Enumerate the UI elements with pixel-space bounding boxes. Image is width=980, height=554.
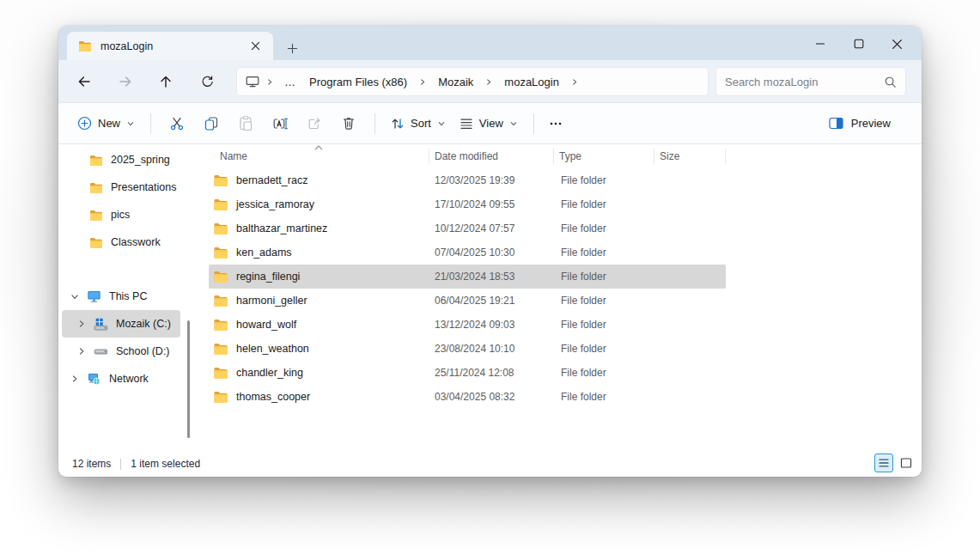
cut-icon	[170, 117, 184, 131]
sidebar-item-pinned-folder[interactable]: pics	[62, 201, 180, 228]
chevron-down-icon[interactable]	[70, 293, 79, 301]
sidebar-tree-item[interactable]: Mozaik (C:)	[62, 310, 180, 338]
search-input[interactable]	[725, 76, 884, 88]
chevron-right-icon[interactable]	[70, 374, 79, 383]
search-icon[interactable]	[884, 76, 897, 88]
file-name-cell[interactable]: balthazar_martinez	[209, 222, 429, 234]
file-row[interactable]: ken_adams 07/04/2025 10:30 File folder	[209, 240, 726, 265]
chevron-right-icon	[263, 78, 277, 86]
column-header[interactable]: Type	[554, 144, 654, 168]
back-arrow-icon	[77, 75, 91, 88]
file-name-cell[interactable]: helen_weathon	[209, 343, 429, 355]
file-name-cell[interactable]: harmoni_geller	[209, 295, 429, 307]
file-row[interactable]: helen_weathon 23/08/2024 10:10 File fold…	[209, 337, 726, 361]
copy-icon	[204, 117, 218, 131]
breadcrumb-overflow[interactable]: …	[280, 76, 301, 88]
chevron-down-icon	[126, 120, 135, 127]
sidebar-item-label: Network	[109, 373, 149, 385]
file-name: thomas_cooper	[236, 391, 310, 403]
chevron-right-icon[interactable]	[77, 320, 86, 328]
details-view-icon	[878, 457, 890, 469]
delete-button[interactable]	[332, 109, 366, 138]
file-name: regina_filengi	[236, 271, 300, 283]
chevron-down-icon	[437, 120, 446, 127]
file-row[interactable]: balthazar_martinez 10/12/2024 07:57 File…	[209, 216, 726, 240]
sidebar-item-pinned-folder[interactable]: Classwork	[62, 228, 180, 256]
file-row[interactable]: howard_wolf 13/12/2024 09:03 File folder	[209, 313, 726, 337]
paste-button[interactable]	[228, 109, 263, 138]
preview-toggle-button[interactable]: Preview	[822, 112, 898, 135]
copy-button[interactable]	[194, 109, 228, 138]
back-button[interactable]	[70, 67, 99, 96]
more-options-button[interactable]	[543, 109, 569, 138]
view-button[interactable]: View	[453, 112, 525, 136]
search-box[interactable]	[715, 67, 906, 96]
minimize-button[interactable]	[800, 31, 839, 57]
explorer-tab[interactable]: mozaLogin	[67, 32, 273, 60]
sort-button[interactable]: Sort	[384, 112, 453, 136]
up-button[interactable]	[151, 67, 180, 96]
rename-button[interactable]	[263, 109, 297, 138]
new-tab-button[interactable]	[282, 38, 302, 58]
breadcrumb-segment[interactable]: Mozaik	[433, 74, 478, 90]
more-ellipsis-icon	[549, 117, 563, 131]
date-modified-cell: 06/04/2025 19:21	[429, 295, 554, 307]
new-button[interactable]: New	[70, 111, 142, 136]
file-row[interactable]: harmoni_geller 06/04/2025 19:21 File fol…	[209, 289, 726, 313]
file-row[interactable]: thomas_cooper 03/04/2025 08:32 File fold…	[209, 385, 726, 409]
sidebar-item-label: pics	[111, 209, 130, 221]
file-name-cell[interactable]: bernadett_racz	[209, 174, 429, 186]
maximize-button[interactable]	[839, 31, 878, 57]
window-close-icon	[892, 39, 903, 50]
cut-button[interactable]	[160, 109, 194, 138]
refresh-button[interactable]	[192, 67, 222, 96]
file-name-cell[interactable]: ken_adams	[209, 247, 429, 259]
file-name-cell[interactable]: regina_filengi	[209, 271, 429, 283]
file-row[interactable]: chandler_king 25/11/2024 12:08 File fold…	[209, 361, 726, 385]
details-view-button[interactable]	[874, 454, 893, 472]
file-row[interactable]: regina_filengi 21/03/2024 18:53 File fol…	[209, 265, 726, 289]
icons-view-icon	[900, 457, 912, 469]
file-name-cell[interactable]: thomas_cooper	[209, 391, 429, 403]
sidebar-tree-item[interactable]: School (D:)	[62, 338, 180, 365]
type-cell: File folder	[554, 271, 654, 283]
file-explorer-window: mozaLogin	[58, 26, 922, 477]
file-row[interactable]: jessica_ramoray 17/10/2024 09:55 File fo…	[209, 192, 726, 216]
this-pc-monitor-icon	[246, 76, 259, 88]
file-name-cell[interactable]: howard_wolf	[209, 319, 429, 331]
column-header[interactable]: Date modified	[429, 144, 554, 168]
file-name: balthazar_martinez	[236, 222, 327, 234]
view-button-label: View	[479, 117, 503, 130]
close-window-button[interactable]	[878, 31, 916, 57]
chevron-right-icon[interactable]	[568, 78, 581, 86]
sidebar-scrollbar[interactable]	[187, 320, 190, 438]
window-controls	[800, 31, 916, 57]
delete-icon	[342, 116, 356, 131]
large-icons-view-button[interactable]	[897, 454, 916, 472]
sidebar-item-pinned-folder[interactable]: 2025_spring	[62, 146, 180, 174]
type-cell: File folder	[554, 295, 654, 307]
chevron-right-icon[interactable]	[416, 78, 429, 86]
sidebar-tree-item[interactable]: Network	[62, 365, 180, 393]
share-button[interactable]	[297, 109, 332, 138]
column-header[interactable]: Name	[209, 144, 429, 168]
date-modified-cell: 10/12/2024 07:57	[429, 222, 554, 234]
sidebar-item-pinned-folder[interactable]: Presentations	[62, 174, 180, 201]
toolbar-divider	[150, 113, 151, 134]
sidebar-item-label: Mozaik (C:)	[116, 318, 171, 330]
folder-icon	[78, 40, 92, 52]
chevron-right-icon[interactable]	[77, 347, 86, 356]
breadcrumb-segment[interactable]: Program Files (x86)	[304, 74, 412, 90]
sidebar-tree-item[interactable]: This PC	[62, 283, 180, 310]
column-header[interactable]: Size	[654, 144, 726, 168]
tab-close-button[interactable]	[246, 37, 265, 56]
breadcrumb-segment[interactable]: mozaLogin	[499, 74, 564, 90]
file-name-cell[interactable]: jessica_ramoray	[209, 198, 429, 210]
folder-icon	[213, 343, 228, 355]
chevron-right-icon[interactable]	[482, 78, 496, 86]
folder-icon	[213, 271, 228, 283]
forward-button[interactable]	[111, 67, 140, 96]
file-name-cell[interactable]: chandler_king	[209, 367, 429, 379]
breadcrumb[interactable]: … Program Files (x86) Mozaik	[236, 67, 709, 96]
file-row[interactable]: bernadett_racz 12/03/2025 19:39 File fol…	[209, 168, 726, 192]
